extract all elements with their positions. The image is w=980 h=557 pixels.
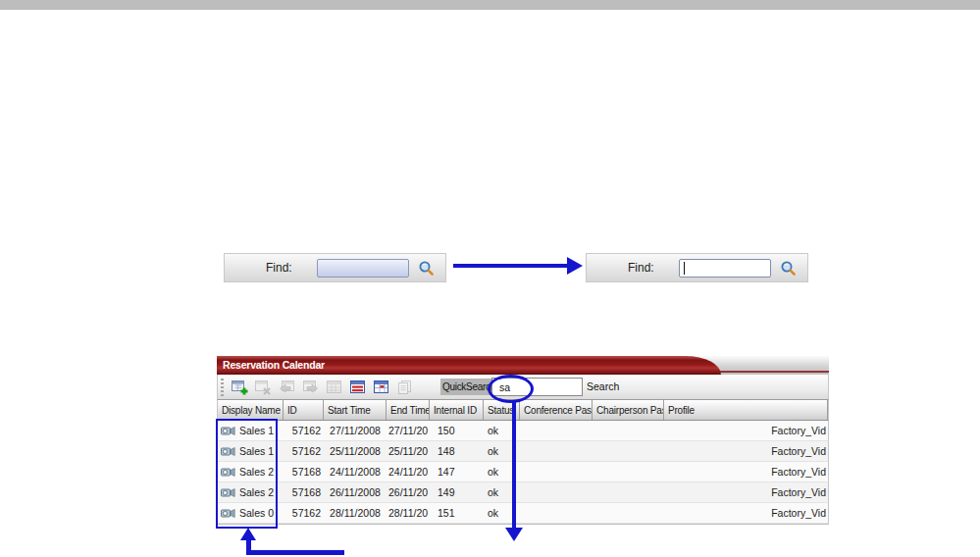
table-body: Sales 1 57162 27/11/2008 27/11/20 150 ok…	[217, 421, 829, 525]
cell-profile: Factory_Vid	[664, 507, 828, 519]
annotation-transition-arrow	[453, 257, 583, 275]
find-toolbar-before: Find:	[224, 253, 446, 282]
toolbar-grip[interactable]	[221, 379, 224, 396]
cell-end-time: 28/11/20	[387, 507, 430, 519]
previous-icon	[278, 379, 296, 396]
cell-profile: Factory_Vid	[664, 466, 828, 478]
delete-reservation-button[interactable]	[251, 377, 275, 398]
column-header-end-time[interactable]: End Time	[387, 400, 430, 420]
table-row[interactable]: Sales 1 57162 25/11/2008 25/11/20 148 ok…	[217, 441, 829, 462]
day-view-button[interactable]	[369, 377, 392, 398]
annotation-quicksearch-circle	[488, 375, 534, 403]
panel-title: Reservation Calendar	[223, 359, 325, 371]
table-row[interactable]: Sales 1 57162 27/11/2008 27/11/20 150 ok…	[217, 421, 829, 441]
cell-start-time: 24/11/2008	[324, 466, 387, 478]
arrow-shaft	[453, 264, 569, 268]
annotation-up-arrow-base-line	[246, 550, 344, 555]
cell-end-time: 25/11/20	[387, 445, 430, 457]
cell-internal-id: 150	[430, 425, 484, 436]
column-header-display-name[interactable]: Display Name	[218, 400, 284, 420]
month-view-button[interactable]	[322, 377, 345, 398]
find-input-focused[interactable]	[679, 259, 771, 278]
column-header-chairperson-pass[interactable]: Chairperson Pas	[593, 400, 664, 420]
find-label: Find:	[266, 261, 292, 275]
find-label: Find:	[628, 261, 654, 275]
annotation-down-arrow-line	[512, 401, 516, 528]
day-view-icon	[372, 379, 390, 396]
find-input[interactable]	[317, 259, 409, 278]
column-header-internal-id[interactable]: Internal ID	[430, 400, 484, 420]
title-underline	[217, 371, 829, 373]
search-magnifier-icon[interactable]	[780, 260, 797, 277]
cell-internal-id: 148	[430, 445, 484, 457]
month-view-icon	[325, 379, 343, 396]
search-button[interactable]: Search	[587, 380, 619, 392]
cell-internal-id: 151	[430, 507, 484, 519]
add-reservation-icon	[231, 379, 249, 396]
cell-end-time: 26/11/20	[387, 486, 430, 498]
cell-start-time: 26/11/2008	[324, 486, 387, 498]
cell-end-time: 24/11/20	[387, 466, 430, 478]
cell-internal-id: 147	[430, 466, 484, 478]
column-header-start-time[interactable]: Start Time	[324, 400, 387, 420]
cell-internal-id: 149	[430, 486, 484, 498]
cell-id: 57162	[284, 507, 324, 519]
arrow-head	[567, 257, 583, 275]
properties-icon	[395, 379, 414, 396]
cell-end-time: 27/11/20	[387, 425, 430, 436]
cell-start-time: 28/11/2008	[324, 507, 387, 519]
cell-start-time: 27/11/2008	[324, 425, 387, 436]
cell-id: 57162	[284, 425, 324, 436]
week-view-icon	[348, 379, 367, 396]
table-row[interactable]: Sales 0 57162 28/11/2008 28/11/20 151 ok…	[217, 503, 829, 524]
cell-profile: Factory_Vid	[664, 425, 828, 436]
cell-profile: Factory_Vid	[664, 486, 828, 498]
top-window-bar	[0, 0, 980, 10]
delete-reservation-icon	[254, 379, 273, 396]
column-header-id[interactable]: ID	[284, 400, 324, 420]
cell-id: 57168	[284, 486, 324, 498]
cell-profile: Factory_Vid	[664, 445, 828, 457]
cell-id: 57168	[284, 466, 324, 478]
add-reservation-button[interactable]	[228, 377, 251, 398]
text-caret	[684, 262, 685, 275]
annotation-down-arrow-head	[505, 528, 523, 541]
table-row[interactable]: Sales 2 57168 26/11/2008 26/11/20 149 ok…	[217, 482, 829, 503]
table-header: Display Name ID Start Time End Time Inte…	[217, 400, 829, 421]
previous-button[interactable]	[275, 377, 298, 398]
page: Find: Find:	[0, 0, 980, 557]
table-row[interactable]: Sales 2 57168 24/11/2008 24/11/20 147 ok…	[217, 462, 829, 482]
column-header-conference-pass[interactable]: Conference Pass	[520, 400, 593, 420]
annotation-display-name-box	[216, 419, 278, 529]
properties-button[interactable]	[392, 377, 416, 398]
cell-id: 57162	[284, 445, 324, 457]
column-header-profile[interactable]: Profile	[664, 400, 828, 420]
cell-start-time: 25/11/2008	[324, 445, 387, 457]
find-toolbar-after: Find:	[586, 253, 808, 282]
next-button[interactable]	[298, 377, 322, 398]
panel-title-bar: Reservation Calendar	[217, 356, 829, 375]
next-icon	[301, 379, 320, 396]
week-view-button[interactable]	[345, 377, 369, 398]
search-magnifier-icon[interactable]	[418, 260, 435, 277]
